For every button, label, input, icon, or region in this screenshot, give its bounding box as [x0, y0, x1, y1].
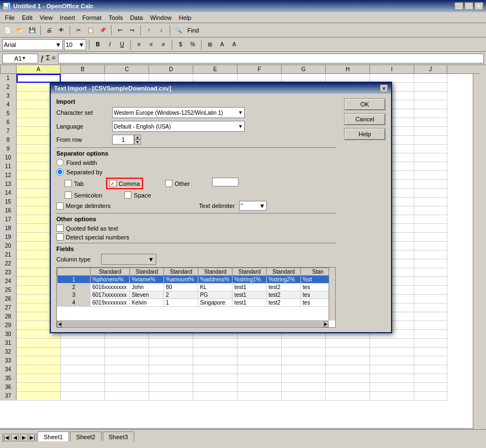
- preview-col-5-header[interactable]: Standard: [233, 268, 267, 276]
- grid-cell[interactable]: [414, 189, 447, 198]
- sigma-icon[interactable]: Σ: [46, 54, 50, 62]
- grid-cell[interactable]: [414, 383, 447, 392]
- paste-btn[interactable]: 📌: [97, 25, 108, 35]
- menu-edit[interactable]: Edit: [20, 14, 35, 22]
- grid-cell[interactable]: [414, 74, 447, 83]
- preview-cell-2-6[interactable]: test2: [267, 284, 301, 291]
- grid-cell[interactable]: [414, 286, 447, 295]
- close-btn[interactable]: ✕: [474, 2, 483, 10]
- other-checkbox[interactable]: [165, 180, 172, 187]
- semicolon-checkbox[interactable]: [65, 191, 72, 199]
- sheet-tab-3[interactable]: Sheet3: [103, 431, 134, 441]
- grid-cell[interactable]: [414, 162, 447, 171]
- sheet-tab-1[interactable]: Sheet1: [38, 431, 69, 441]
- grid-cell[interactable]: [414, 259, 447, 268]
- grid-cell[interactable]: [370, 339, 414, 348]
- grid-cell[interactable]: [149, 392, 193, 401]
- grid-cell[interactable]: [237, 383, 282, 392]
- grid-cell[interactable]: [326, 365, 370, 374]
- sheet-nav-last[interactable]: ▶|: [29, 434, 36, 441]
- preview-cell-2-3[interactable]: 80: [164, 284, 198, 291]
- grid-cell[interactable]: [370, 392, 414, 401]
- new-btn[interactable]: 📄: [2, 25, 13, 35]
- preview-scroll-right[interactable]: ▶: [323, 322, 329, 327]
- grid-cell[interactable]: [414, 100, 447, 109]
- grid-cell[interactable]: [282, 374, 326, 383]
- menu-tools[interactable]: Tools: [107, 14, 125, 22]
- preview-cell-3-2[interactable]: Steven: [130, 291, 164, 299]
- grid-cell[interactable]: [237, 356, 282, 365]
- grid-cell[interactable]: [282, 383, 326, 392]
- preview-scroll-left[interactable]: ◀: [57, 322, 62, 327]
- grid-cell[interactable]: [61, 374, 105, 383]
- grid-cell[interactable]: [414, 321, 447, 330]
- grid-cell[interactable]: [61, 392, 105, 401]
- grid-cell[interactable]: [414, 250, 447, 259]
- detect-numbers-checkbox[interactable]: [56, 233, 64, 241]
- sort-asc-btn[interactable]: ↑: [144, 25, 155, 35]
- preview-cell-3-3[interactable]: 2: [164, 291, 198, 299]
- sheet-nav-first[interactable]: |◀: [2, 434, 10, 441]
- col-header-J[interactable]: J: [414, 65, 447, 73]
- grid-cell[interactable]: [105, 339, 149, 348]
- grid-cell[interactable]: [414, 127, 447, 136]
- col-header-A[interactable]: A: [17, 65, 61, 73]
- cut-btn[interactable]: ✂: [73, 25, 84, 35]
- grid-cell[interactable]: [105, 365, 149, 374]
- grid-cell[interactable]: [370, 365, 414, 374]
- preview-cell-1-1[interactable]: %phoneno%: [91, 276, 130, 284]
- grid-cell[interactable]: [414, 312, 447, 321]
- grid-cell[interactable]: [193, 356, 237, 365]
- font-size-selector[interactable]: 10 ▼: [64, 39, 86, 50]
- preview-cell-3-4[interactable]: PG: [198, 291, 233, 299]
- preview-col-6-header[interactable]: Standard: [267, 268, 301, 276]
- dialog-close-button[interactable]: ✕: [380, 84, 388, 92]
- grid-cell[interactable]: [414, 339, 447, 348]
- grid-cell[interactable]: [414, 392, 447, 401]
- grid-cell[interactable]: [282, 392, 326, 401]
- grid-cell[interactable]: [370, 356, 414, 365]
- spinner-up[interactable]: ▲: [134, 135, 141, 140]
- grid-cell[interactable]: [105, 356, 149, 365]
- grid-cell[interactable]: [414, 180, 447, 189]
- grid-cell[interactable]: [17, 348, 61, 356]
- formula-input[interactable]: [58, 54, 484, 63]
- preview-cell-3-6[interactable]: test2: [267, 291, 301, 299]
- from-row-input[interactable]: [112, 135, 134, 145]
- grid-cell[interactable]: [237, 392, 282, 401]
- grid-cell[interactable]: [61, 348, 105, 356]
- grid-cell[interactable]: [149, 348, 193, 356]
- preview-cell-1-3[interactable]: %amount%: [164, 276, 198, 284]
- grid-cell[interactable]: [282, 339, 326, 348]
- preview-cell-1-5[interactable]: %string1%: [233, 276, 267, 284]
- grid-cell[interactable]: [105, 383, 149, 392]
- grid-cell[interactable]: [414, 374, 447, 383]
- grid-cell[interactable]: [414, 215, 447, 224]
- bold-btn[interactable]: B: [92, 40, 103, 50]
- undo-btn[interactable]: ↩: [114, 25, 125, 35]
- window-controls[interactable]: _ □ ✕: [455, 2, 483, 10]
- comma-checkbox[interactable]: ✓: [109, 180, 117, 187]
- border-btn[interactable]: ⊞: [204, 40, 215, 50]
- grid-cell[interactable]: [414, 198, 447, 206]
- grid-cell[interactable]: [326, 356, 370, 365]
- grid-cell[interactable]: [17, 374, 61, 383]
- menu-view[interactable]: View: [38, 14, 55, 22]
- grid-cell[interactable]: [414, 206, 447, 215]
- preview-cell-1-4[interactable]: %address%: [198, 276, 233, 284]
- grid-cell[interactable]: [370, 348, 414, 356]
- cancel-button[interactable]: Cancel: [344, 113, 385, 125]
- grid-cell[interactable]: [17, 365, 61, 374]
- menu-file[interactable]: File: [3, 14, 17, 22]
- grid-cell[interactable]: [414, 153, 447, 162]
- preview-col-4-header[interactable]: Standard: [198, 268, 233, 276]
- sheet-nav-next[interactable]: ▶: [20, 434, 28, 441]
- print-btn[interactable]: 🖨: [44, 25, 55, 35]
- preview-cell-4-4[interactable]: Singapore: [198, 299, 233, 307]
- help-button[interactable]: Help: [344, 128, 385, 140]
- preview-cell-2-1[interactable]: 6016xxxxxxxx: [91, 284, 130, 291]
- quoted-field-checkbox[interactable]: [56, 225, 64, 232]
- grid-cell[interactable]: [414, 145, 447, 153]
- grid-cell[interactable]: [326, 392, 370, 401]
- grid-cell[interactable]: [17, 392, 61, 401]
